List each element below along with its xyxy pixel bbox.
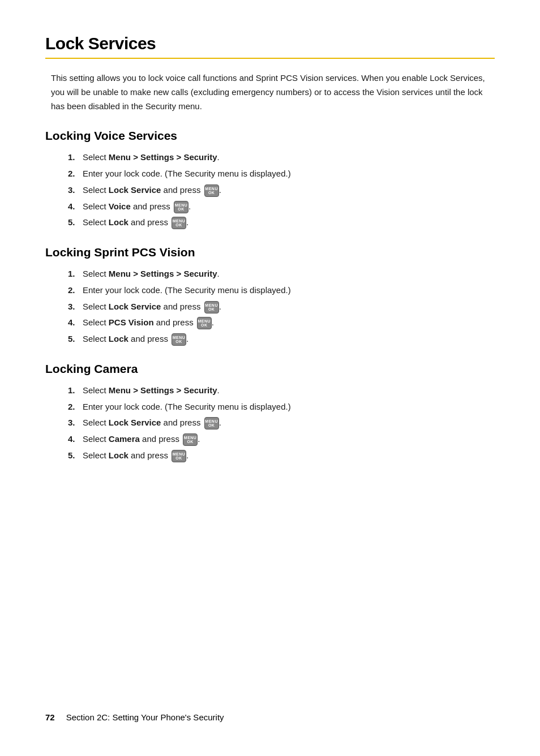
camera-step-2: Enter your lock code. (The Security menu… (68, 400, 495, 414)
camera-step-3: Select Lock Service and press MENUOK. (68, 416, 495, 430)
voice-steps-list: Select Menu > Settings > Security. Enter… (68, 151, 495, 230)
voice-step-3: Select Lock Service and press MENUOK. (68, 183, 495, 197)
menu-ok-button-s4: MENUOK (197, 317, 212, 329)
section-voice: Locking Voice Services Select Menu > Set… (45, 129, 495, 230)
title-divider (45, 58, 495, 59)
voice-step-4-bold: Voice (109, 201, 131, 211)
sprint-step-1-bold: Menu > Settings > Security (109, 269, 217, 278)
sprint-step-5: Select Lock and press MENUOK. (68, 332, 495, 346)
sprint-step-4-bold: PCS Vision (109, 317, 154, 327)
menu-ok-button-c3: MENUOK (204, 417, 219, 429)
voice-step-1-bold: Menu > Settings > Security (109, 152, 217, 162)
voice-step-5: Select Lock and press MENUOK. (68, 216, 495, 230)
camera-step-4: Select Camera and press MENUOK. (68, 432, 495, 446)
intro-paragraph: This setting allows you to lock voice ca… (45, 71, 495, 113)
camera-steps-list: Select Menu > Settings > Security. Enter… (68, 384, 495, 463)
menu-ok-button-v5: MENUOK (172, 217, 186, 229)
section-camera: Locking Camera Select Menu > Settings > … (45, 362, 495, 463)
voice-step-1: Select Menu > Settings > Security. (68, 151, 495, 165)
menu-ok-button-c5: MENUOK (172, 450, 186, 462)
voice-step-5-bold: Lock (109, 217, 128, 227)
section-camera-title: Locking Camera (45, 362, 495, 376)
camera-step-5-bold: Lock (109, 450, 128, 460)
page-title: Lock Services (45, 34, 495, 53)
menu-ok-button-c4: MENUOK (183, 433, 198, 446)
section-voice-title: Locking Voice Services (45, 129, 495, 143)
menu-ok-button-s5: MENUOK (172, 333, 186, 346)
sprint-step-1: Select Menu > Settings > Security. (68, 267, 495, 281)
menu-ok-button-v3: MENUOK (204, 184, 219, 197)
camera-step-1: Select Menu > Settings > Security. (68, 384, 495, 398)
sprint-step-3-bold: Lock Service (109, 302, 161, 311)
section-sprint: Locking Sprint PCS Vision Select Menu > … (45, 246, 495, 346)
camera-step-5: Select Lock and press MENUOK. (68, 449, 495, 463)
footer-page-number: 72 (45, 712, 55, 722)
sprint-step-3: Select Lock Service and press MENUOK. (68, 300, 495, 314)
sprint-step-4: Select PCS Vision and press MENUOK. (68, 316, 495, 330)
voice-step-4: Select Voice and press MENUOK. (68, 200, 495, 214)
sprint-step-2: Enter your lock code. (The Security menu… (68, 284, 495, 298)
camera-step-1-bold: Menu > Settings > Security (109, 385, 217, 395)
menu-ok-button-v4: MENUOK (174, 201, 188, 213)
footer-section-text: Section 2C: Setting Your Phone's Securit… (66, 712, 224, 722)
section-sprint-title: Locking Sprint PCS Vision (45, 246, 495, 259)
voice-step-3-bold: Lock Service (109, 185, 161, 195)
camera-step-3-bold: Lock Service (109, 418, 161, 427)
voice-step-2: Enter your lock code. (The Security menu… (68, 167, 495, 181)
sprint-steps-list: Select Menu > Settings > Security. Enter… (68, 267, 495, 346)
menu-ok-button-s3: MENUOK (204, 301, 219, 313)
page-footer: 72 Section 2C: Setting Your Phone's Secu… (45, 712, 495, 722)
sprint-step-5-bold: Lock (109, 334, 128, 343)
camera-step-4-bold: Camera (109, 434, 140, 444)
